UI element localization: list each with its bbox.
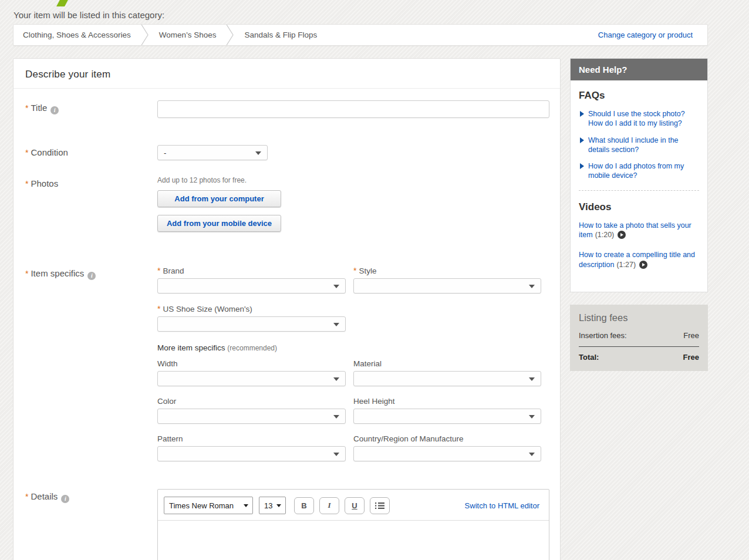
shoe-size-label: US Shoe Size (Women's): [163, 305, 252, 313]
color-label: Color: [157, 397, 346, 406]
dropdown-caret-icon: [255, 151, 261, 155]
page-title: Describe your item: [25, 69, 548, 80]
country-label: Country/Region of Manufacture: [353, 434, 541, 443]
details-editor: Times New Roman 13 B I U: [157, 489, 549, 560]
need-help-panel: Need Help? FAQs Should I use the stock p…: [570, 58, 708, 292]
spec-brand: *Brand: [157, 266, 346, 294]
dropdown-caret-icon: [529, 415, 535, 419]
switch-html-editor-link[interactable]: Switch to HTML editor: [465, 501, 542, 510]
videos-title: Videos: [579, 201, 699, 213]
faq-item-stock-photo[interactable]: Should I use the stock photo? How do I a…: [579, 109, 699, 129]
color-dropdown[interactable]: [157, 409, 346, 424]
dropdown-caret-icon: [333, 453, 339, 456]
info-icon[interactable]: i: [50, 106, 59, 114]
faq-item-details-section[interactable]: What should I include in the details sec…: [579, 136, 699, 155]
section-divider: [579, 190, 699, 191]
video-item-title[interactable]: How to create a compelling title and des…: [579, 250, 699, 270]
insertion-fees-row: Insertion fees: Free: [579, 331, 699, 347]
material-dropdown[interactable]: [353, 371, 541, 386]
required-marker: *: [157, 266, 160, 275]
select-caret-icon: [276, 504, 281, 507]
required-marker: *: [353, 266, 356, 275]
width-label: Width: [157, 359, 346, 368]
total-value: Free: [683, 353, 699, 362]
video-duration: (1:27): [616, 261, 636, 269]
spec-material: Material: [353, 359, 541, 386]
style-dropdown[interactable]: [353, 278, 541, 294]
dropdown-caret-icon: [333, 285, 339, 288]
video-item-photo[interactable]: How to take a photo that sells your item…: [579, 221, 699, 241]
bullet-list-button[interactable]: [370, 497, 390, 514]
underline-button[interactable]: U: [345, 497, 365, 514]
insertion-fees-label: Insertion fees:: [579, 331, 627, 340]
video-link[interactable]: How to create a compelling title and des…: [579, 251, 695, 269]
width-dropdown[interactable]: [157, 371, 346, 386]
material-label: Material: [353, 359, 541, 368]
shoe-size-dropdown[interactable]: [157, 316, 346, 332]
item-specifics-label: Item specifics: [31, 268, 84, 278]
ebay-logo-partial: [56, 0, 69, 6]
faqs-title: FAQs: [579, 90, 699, 102]
brand-dropdown[interactable]: [157, 278, 346, 294]
dropdown-caret-icon: [529, 285, 535, 288]
title-label: Title: [31, 103, 47, 113]
details-label: Details: [31, 491, 58, 501]
select-caret-icon: [244, 504, 248, 507]
more-heading-text: More item specifics: [157, 343, 225, 352]
chevron-right-icon: [225, 25, 235, 45]
country-dropdown[interactable]: [353, 446, 541, 461]
photos-label: Photos: [31, 178, 58, 188]
play-icon[interactable]: [618, 231, 626, 239]
listing-fees-title: Listing fees: [579, 312, 699, 323]
title-label-row: *Titlei: [25, 100, 157, 118]
info-icon[interactable]: i: [87, 272, 96, 280]
title-input[interactable]: [157, 100, 549, 118]
need-help-header: Need Help?: [571, 59, 707, 80]
italic-button[interactable]: I: [319, 497, 339, 514]
heel-height-dropdown[interactable]: [353, 409, 541, 424]
chevron-right-icon: [140, 25, 150, 45]
spec-pattern: Pattern: [157, 434, 346, 461]
faq-link[interactable]: How do I add photos from my mobile devic…: [588, 161, 699, 181]
required-marker: *: [25, 103, 28, 113]
condition-dropdown[interactable]: -: [157, 145, 268, 160]
change-category-link[interactable]: Change category or product: [598, 25, 707, 45]
add-from-computer-button[interactable]: Add from your computer: [157, 190, 281, 207]
arrow-right-icon: [580, 137, 584, 143]
condition-label-row: *Condition: [25, 145, 157, 160]
details-editor-content[interactable]: [158, 521, 549, 560]
dropdown-caret-icon: [529, 453, 535, 456]
info-icon[interactable]: i: [61, 495, 69, 503]
required-marker: *: [157, 304, 160, 313]
breadcrumb-item-leaf[interactable]: Sandals & Flip Flops: [235, 25, 326, 45]
font-family-select[interactable]: Times New Roman: [164, 497, 253, 514]
pattern-dropdown[interactable]: [157, 446, 346, 461]
font-family-value: Times New Roman: [169, 501, 234, 510]
spec-empty: [353, 304, 541, 332]
insertion-fees-value: Free: [683, 331, 699, 340]
dropdown-caret-icon: [529, 377, 535, 381]
breadcrumb-item-subcategory[interactable]: Women's Shoes: [150, 25, 226, 45]
required-marker: *: [25, 492, 28, 501]
panel-header: Describe your item: [14, 59, 560, 89]
condition-selected-value: -: [164, 149, 166, 157]
total-fees-row: Total: Free: [579, 347, 699, 362]
required-marker: *: [25, 269, 28, 278]
spec-width: Width: [157, 359, 346, 386]
arrow-right-icon: [580, 111, 584, 117]
faq-item-mobile-photos[interactable]: How do I add photos from my mobile devic…: [579, 161, 699, 181]
bold-button[interactable]: B: [294, 497, 314, 514]
faq-link[interactable]: What should I include in the details sec…: [588, 136, 699, 155]
font-size-select[interactable]: 13: [259, 497, 286, 514]
faq-link[interactable]: Should I use the stock photo? How do I a…: [588, 109, 699, 129]
play-icon[interactable]: [639, 261, 647, 269]
spec-country: Country/Region of Manufacture: [353, 434, 541, 461]
editor-toolbar: Times New Roman 13 B I U: [158, 490, 549, 521]
add-from-mobile-button[interactable]: Add from your mobile device: [157, 215, 281, 232]
breadcrumb-item-category[interactable]: Clothing, Shoes & Accessories: [14, 25, 140, 45]
total-label: Total:: [579, 353, 599, 362]
breadcrumb: Clothing, Shoes & Accessories Women's Sh…: [13, 24, 708, 46]
dropdown-caret-icon: [333, 415, 339, 419]
dropdown-caret-icon: [333, 323, 339, 326]
spec-shoe-size: *US Shoe Size (Women's): [157, 304, 346, 332]
